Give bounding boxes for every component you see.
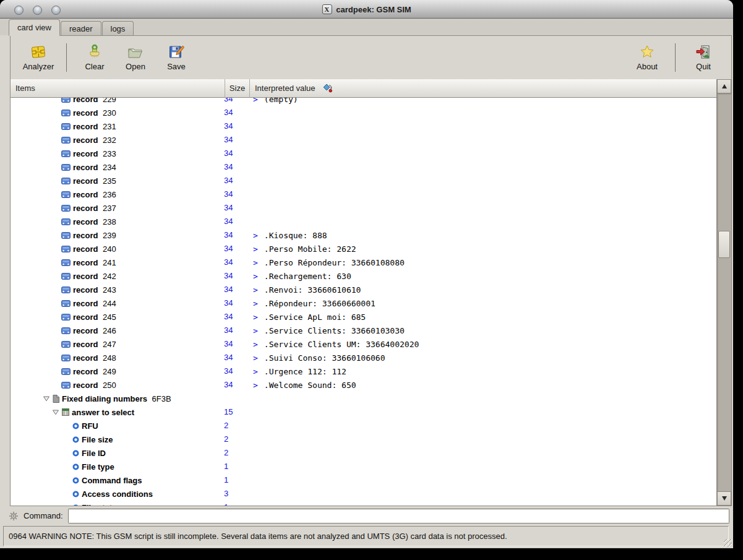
- value-text: .Suivi Conso: 33660106060: [264, 353, 385, 363]
- about-button[interactable]: About: [627, 40, 668, 75]
- tree-row[interactable]: record 22934>(empty): [11, 98, 716, 106]
- tree-row[interactable]: File status1: [11, 501, 716, 506]
- minimize-button[interactable]: [33, 6, 42, 15]
- tree-row[interactable]: record 23334: [11, 147, 716, 160]
- quit-button[interactable]: Quit: [683, 40, 724, 75]
- tree-row[interactable]: record 24334>.Renvoi: 33660610610: [11, 283, 716, 296]
- node-suffix: 236: [100, 190, 116, 199]
- node-suffix: 235: [100, 176, 116, 186]
- tree-row[interactable]: record 23034: [11, 106, 716, 119]
- toolbar-button-label: Clear: [85, 62, 104, 71]
- value-text: .Service Clients UM: 33664002020: [264, 340, 419, 349]
- vertical-scrollbar[interactable]: [716, 79, 731, 506]
- value-text: .Service ApL moi: 685: [264, 312, 366, 322]
- node-suffix: 241: [100, 258, 116, 267]
- tree-row[interactable]: record 24034>.Perso Mobile: 2622: [11, 242, 716, 256]
- open-button[interactable]: Open: [115, 40, 156, 75]
- tree-row[interactable]: record 25034>.Welcome Sound: 650: [11, 378, 716, 392]
- record-icon: [61, 98, 71, 103]
- item-icon: [72, 436, 79, 443]
- tree-row[interactable]: record 23934>.Kiosque: 888: [11, 228, 716, 242]
- tree-row[interactable]: record 24934>.Urgence 112: 112: [11, 364, 716, 378]
- scrollbar-thumb[interactable]: [718, 231, 730, 258]
- table-icon: [62, 408, 69, 416]
- tree-row[interactable]: RFU2: [11, 419, 716, 433]
- record-icon: [61, 314, 71, 321]
- node-label: record: [73, 108, 98, 118]
- titlebar[interactable]: X cardpeek: GSM SIM: [0, 0, 733, 19]
- column-header-items[interactable]: Items: [11, 79, 225, 98]
- tree-row[interactable]: record 24834>.Suivi Conso: 33660106060: [11, 351, 716, 364]
- tree-row[interactable]: record 23634: [11, 187, 716, 201]
- value-text: .Kiosque: 888: [264, 231, 327, 240]
- interpreted-value: >.Service Clients UM: 33664002020: [253, 337, 419, 351]
- size-value: 1: [224, 473, 228, 487]
- size-value: 1: [224, 460, 228, 473]
- tree-row[interactable]: File ID2: [11, 446, 716, 460]
- column-header-interpreted-value[interactable]: Interpreted value: [250, 79, 716, 98]
- tree-row[interactable]: record 24234>.Rechargement: 630: [11, 269, 716, 283]
- tree-row[interactable]: record 23734: [11, 201, 716, 215]
- node-label: record: [73, 98, 98, 104]
- record-icon: [61, 300, 71, 307]
- tree-row[interactable]: record 23834: [11, 215, 716, 228]
- tree-row[interactable]: Access conditions3: [11, 487, 716, 501]
- expander-open-icon[interactable]: [52, 409, 59, 415]
- value-marker: >: [253, 231, 258, 240]
- value-marker: >: [253, 312, 258, 322]
- tab-card-view[interactable]: card view: [9, 19, 60, 36]
- column-headers: Items Size Interpreted value: [11, 79, 716, 98]
- resize-grip[interactable]: [724, 539, 732, 547]
- command-input[interactable]: [68, 509, 729, 523]
- tree-row[interactable]: record 23234: [11, 133, 716, 147]
- tree-row[interactable]: answer to select15: [11, 405, 716, 419]
- tree-row[interactable]: record 23534: [11, 174, 716, 187]
- tree-row[interactable]: record 24734>.Service Clients UM: 336640…: [11, 337, 716, 351]
- save-button[interactable]: Save: [156, 40, 197, 75]
- tree-row[interactable]: File type1: [11, 460, 716, 473]
- tree-row[interactable]: record 23134: [11, 119, 716, 133]
- analyzer-button[interactable]: Analyzer: [18, 40, 59, 75]
- tree-row[interactable]: record 24434>.Répondeur: 33660660001: [11, 296, 716, 310]
- scroll-down-button[interactable]: [717, 491, 731, 506]
- tree-row[interactable]: record 23434: [11, 160, 716, 174]
- interpreted-value: >(empty): [253, 98, 298, 106]
- app-window: X cardpeek: GSM SIM card viewreaderlogs …: [0, 0, 733, 548]
- tree-row[interactable]: record 24534>.Service ApL moi: 685: [11, 310, 716, 324]
- gear-icon: [9, 511, 19, 521]
- record-icon: [61, 246, 71, 252]
- size-value: 34: [224, 324, 233, 337]
- tree-row[interactable]: File size2: [11, 433, 716, 446]
- interpreted-value: >.Perso Mobile: 2622: [253, 242, 356, 256]
- tree-row[interactable]: record 24134>.Perso Répondeur: 336601080…: [11, 256, 716, 269]
- size-value: 34: [224, 98, 233, 106]
- value-marker: >: [253, 299, 258, 308]
- interpreted-value: >.Service Clients: 33660103030: [253, 324, 405, 337]
- size-value: 34: [224, 215, 233, 228]
- sim-chip-icon: [30, 44, 46, 60]
- node-label: File type: [82, 462, 114, 472]
- arrow-up-icon: [722, 84, 727, 88]
- interpreted-value: >.Service ApL moi: 685: [253, 310, 366, 324]
- close-button[interactable]: [14, 6, 24, 15]
- value-text: .Urgence 112: 112: [264, 367, 346, 376]
- zoom-button[interactable]: [51, 6, 61, 15]
- tree-row[interactable]: Fixed dialing numbers 6F3B: [11, 392, 716, 405]
- clear-button[interactable]: Clear: [74, 40, 115, 75]
- expander-open-icon[interactable]: [43, 395, 50, 402]
- toolbar-button-label: Analyzer: [23, 62, 54, 71]
- scrollbar-track[interactable]: [717, 93, 731, 491]
- window-title-group: X cardpeek: GSM SIM: [322, 0, 411, 19]
- value-text: .Perso Mobile: 2622: [264, 244, 356, 254]
- record-icon: [61, 368, 71, 375]
- column-header-size[interactable]: Size: [225, 79, 250, 98]
- size-value: 34: [224, 256, 233, 269]
- tree-row[interactable]: record 24634>.Service Clients: 336601030…: [11, 324, 716, 337]
- scroll-up-button[interactable]: [717, 79, 731, 93]
- interpreted-value: >.Suivi Conso: 33660106060: [253, 351, 385, 364]
- tree-row[interactable]: Command flags1: [11, 473, 716, 487]
- tab-logs[interactable]: logs: [102, 21, 134, 35]
- node-suffix: 233: [100, 149, 116, 158]
- value-text: .Rechargement: 630: [264, 272, 351, 281]
- tab-reader[interactable]: reader: [61, 21, 101, 35]
